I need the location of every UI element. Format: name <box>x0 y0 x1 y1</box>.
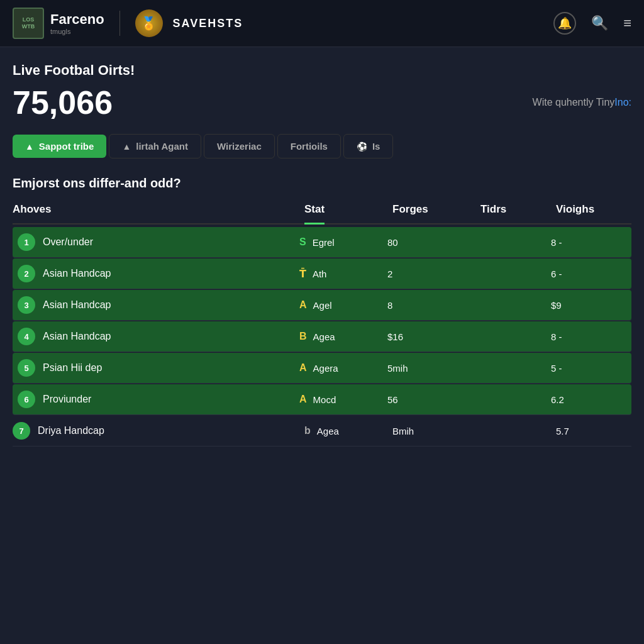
main-table: Ahoves Stat Forges Tidrs Vioighs 1 Over/… <box>13 203 631 447</box>
forges-cell-1: 2 <box>387 269 475 279</box>
row-number-2: 3 <box>18 296 35 314</box>
side-text: Wite quhently TinyIno: <box>533 97 631 108</box>
row-number-6: 7 <box>13 422 30 440</box>
stat-letter-6: b <box>304 425 311 436</box>
forges-cell-3: $16 <box>387 331 475 342</box>
table-body: 1 Over/under S Egrel 80 8 - 2 Asian Hand… <box>13 227 631 447</box>
main-content: Live Footbal Oirts! 75,066 Wite quhently… <box>0 47 644 462</box>
col-stat-label: Stat <box>304 203 325 216</box>
row-name-6: 7 Driya Handcap <box>13 422 304 440</box>
header: LOS WTB Farceno tmugls 🏅 SAVEHSTS 🔔 🔍 ≡ <box>0 0 644 47</box>
col-stat: Stat <box>304 203 392 216</box>
table-row[interactable]: 3 Asian Handcap A Agel 8 $9 <box>13 290 631 321</box>
table-row[interactable]: 6 Proviunder A Mocd 56 6.2 <box>13 384 631 415</box>
big-number: 75,066 <box>13 84 113 121</box>
col-forges: Forges <box>392 203 480 216</box>
notification-icon[interactable]: 🔔 <box>553 12 576 35</box>
tab-is[interactable]: ⚽ Is <box>343 134 394 158</box>
row-label-3: Asian Handcap <box>43 331 111 342</box>
tab-icon-sappot: ▲ <box>25 142 34 152</box>
forges-cell-5: 56 <box>387 394 475 405</box>
table-header: Ahoves Stat Forges Tidrs Vioighs <box>13 203 631 225</box>
vioighs-cell-1: 6 - <box>551 269 626 279</box>
stat-letter-4: A <box>299 362 307 374</box>
tab-icon-is: ⚽ <box>357 142 367 152</box>
stat-cell-1: T̄ Ath <box>299 268 387 280</box>
forges-cell-2: 8 <box>387 300 475 311</box>
logo-area: LOS WTB Farceno tmugls <box>13 8 104 39</box>
stat-letter-1: T̄ <box>299 268 306 280</box>
vioighs-cell-5: 6.2 <box>551 394 626 405</box>
row-label-5: Proviunder <box>43 394 91 405</box>
forges-cell-4: 5mih <box>387 363 475 374</box>
stat-value-2: Agel <box>313 300 332 311</box>
row-number-0: 1 <box>18 233 35 251</box>
stat-letter-5: A <box>299 394 307 405</box>
stat-value-6: Agea <box>317 426 339 436</box>
table-row[interactable]: 7 Driya Handcap b Agea Bmih 5.7 <box>13 416 631 447</box>
section-question: Emjorst ons differ-and odd? <box>13 176 631 191</box>
row-label-2: Asian Handcap <box>43 299 111 311</box>
col-tidrs: Tidrs <box>480 203 556 216</box>
tab-sappot-tribe[interactable]: ▲ Sappot tribe <box>13 135 106 158</box>
vioighs-cell-0: 8 - <box>551 237 626 248</box>
brand-tagline: tmugls <box>50 28 104 35</box>
col-vioighs: Vioighs <box>556 203 631 216</box>
logo-badge: LOS WTB <box>13 8 44 39</box>
stat-cell-5: A Mocd <box>299 394 387 405</box>
stat-letter-2: A <box>299 299 307 311</box>
tab-wirizeriac[interactable]: Wirizeriac <box>204 134 275 158</box>
side-text-link[interactable]: Ino: <box>614 97 631 108</box>
row-number-3: 4 <box>18 328 35 345</box>
header-divider <box>119 11 120 36</box>
row-name-5: 6 Proviunder <box>18 391 299 408</box>
tab-fortioils[interactable]: Fortioils <box>277 134 341 158</box>
tabs-bar: ▲ Sappot tribe ▲ lirtah Agant Wirizeriac… <box>13 134 631 158</box>
vioighs-cell-6: 5.7 <box>556 426 631 436</box>
stat-value-1: Ath <box>313 269 327 279</box>
row-number-1: 2 <box>18 265 35 282</box>
table-row[interactable]: 5 Psian Hii dep A Agera 5mih 5 - <box>13 353 631 384</box>
stat-value-3: Agea <box>313 331 335 342</box>
row-number-4: 5 <box>18 359 35 377</box>
row-name-3: 4 Asian Handcap <box>18 328 299 345</box>
forges-cell-6: Bmih <box>392 426 480 436</box>
row-label-1: Asian Handcap <box>43 268 111 279</box>
row-label-4: Psian Hii dep <box>43 362 102 374</box>
row-name-0: 1 Over/under <box>18 233 299 251</box>
search-icon[interactable]: 🔍 <box>591 15 608 31</box>
menu-icon[interactable]: ≡ <box>623 15 631 31</box>
stat-value-0: Egrel <box>313 237 335 248</box>
header-actions: 🔔 🔍 ≡ <box>553 12 631 35</box>
page-subtitle: Live Footbal Oirts! <box>13 62 631 79</box>
tab-icon-lirtah: ▲ <box>122 142 131 152</box>
row-name-1: 2 Asian Handcap <box>18 265 299 282</box>
stat-letter-3: B <box>299 331 307 342</box>
stat-cell-6: b Agea <box>304 425 392 436</box>
stat-cell-3: B Agea <box>299 331 387 342</box>
stat-cell-4: A Agera <box>299 362 387 374</box>
stat-letter-0: S <box>299 236 306 248</box>
stat-cell-2: A Agel <box>299 299 387 311</box>
vioighs-cell-2: $9 <box>551 300 626 311</box>
table-row[interactable]: 4 Asian Handcap B Agea $16 8 - <box>13 321 631 352</box>
stats-row: 75,066 Wite quhently TinyIno: <box>13 84 631 121</box>
row-label-0: Over/under <box>43 236 93 248</box>
col-ahoves: Ahoves <box>13 203 304 216</box>
table-row[interactable]: 1 Over/under S Egrel 80 8 - <box>13 227 631 258</box>
logo-text: Farceno tmugls <box>50 11 104 35</box>
section-title: SAVEHSTS <box>173 17 243 30</box>
stat-value-5: Mocd <box>313 394 336 405</box>
row-name-2: 3 Asian Handcap <box>18 296 299 314</box>
club-badge-icon: 🏅 <box>135 9 163 37</box>
stat-cell-0: S Egrel <box>299 236 387 248</box>
row-name-4: 5 Psian Hii dep <box>18 359 299 377</box>
vioighs-cell-4: 5 - <box>551 363 626 374</box>
vioighs-cell-3: 8 - <box>551 331 626 342</box>
table-row[interactable]: 2 Asian Handcap T̄ Ath 2 6 - <box>13 258 631 289</box>
forges-cell-0: 80 <box>387 237 475 248</box>
row-number-5: 6 <box>18 391 35 408</box>
brand-name: Farceno <box>50 11 104 28</box>
stat-value-4: Agera <box>313 363 338 374</box>
tab-lirtah-agant[interactable]: ▲ lirtah Agant <box>109 134 201 158</box>
